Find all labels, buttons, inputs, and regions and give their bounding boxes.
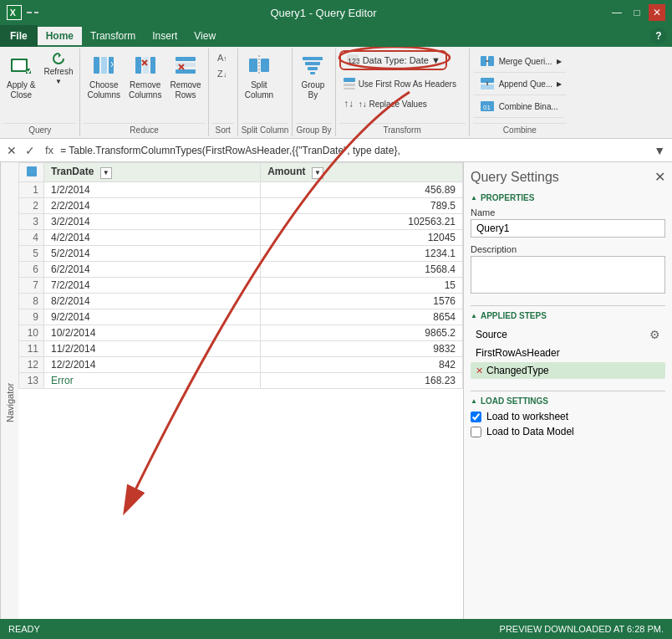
combine-binaries-label: Combine Bina... xyxy=(499,102,558,111)
table-row[interactable]: 55/2/20141234.1 xyxy=(19,246,463,262)
append-queries-button[interactable]: Append Que... ▶ xyxy=(473,73,568,95)
transform-group-content: 123 Data Type: Date ▼ Use First Row As H… xyxy=(339,50,466,121)
remove-rows-button[interactable]: RemoveRows xyxy=(166,50,204,102)
trandate-cell: Error xyxy=(44,373,261,389)
row-number: 9 xyxy=(19,309,44,325)
load-to-worksheet-label: Load to worksheet xyxy=(486,411,568,422)
split-column-icon xyxy=(246,52,272,79)
svg-rect-37 xyxy=(488,56,494,66)
row-number: 13 xyxy=(19,373,44,389)
query-name-input[interactable] xyxy=(471,219,665,238)
maximize-button[interactable]: □ xyxy=(629,4,645,21)
applied-step-changedtype[interactable]: ✕ChangedType xyxy=(471,362,665,379)
replace-values-button[interactable]: ↑↓ ↑↓ Replace Values xyxy=(339,95,430,112)
table-row[interactable]: 88/2/20141576 xyxy=(19,294,463,309)
name-label: Name xyxy=(471,207,665,217)
append-queries-arrow[interactable]: ▶ xyxy=(557,80,562,88)
tab-transform[interactable]: Transform xyxy=(82,27,144,45)
formula-expand-button[interactable]: ▼ xyxy=(650,144,669,157)
sort-asc-button[interactable]: A↑ xyxy=(214,50,232,65)
tab-view[interactable]: View xyxy=(186,27,224,45)
choose-columns-button[interactable]: ChooseColumns xyxy=(84,50,123,102)
query-settings-close[interactable]: ✕ xyxy=(654,169,665,185)
apply-close-icon xyxy=(8,52,34,79)
split-column-label: SplitColumn xyxy=(245,80,273,100)
amount-cell: 9832 xyxy=(261,341,463,357)
amount-filter-button[interactable]: ▼ xyxy=(312,167,323,179)
refresh-button[interactable]: Refresh ▼ xyxy=(40,50,76,87)
table-corner xyxy=(19,163,44,182)
svg-text:Z: Z xyxy=(217,69,223,79)
load-to-worksheet-checkbox[interactable] xyxy=(471,412,481,422)
status-ready: READY xyxy=(8,624,40,634)
load-to-data-model-checkbox[interactable] xyxy=(471,427,481,437)
table-row[interactable]: 13Error168.23 xyxy=(19,373,463,389)
navigator-sidebar[interactable]: Navigator xyxy=(0,162,18,639)
step-delete-icon[interactable]: ✕ xyxy=(476,366,483,376)
refresh-dropdown[interactable]: ▼ xyxy=(55,78,62,85)
load-to-data-model-row: Load to Data Model xyxy=(471,426,665,437)
table-row[interactable]: 33/2/2014102563.21 xyxy=(19,214,463,230)
group-by-button[interactable]: GroupBy xyxy=(296,50,329,102)
trandate-cell: 12/2/2014 xyxy=(44,357,261,373)
svg-rect-8 xyxy=(135,57,141,74)
step-settings-icon[interactable]: ⚙ xyxy=(649,328,660,341)
step-name: Source xyxy=(476,329,507,340)
col-header-trandate[interactable]: TranDate ▼ xyxy=(44,163,261,182)
combine-binaries-button[interactable]: 01 Combine Bina... xyxy=(473,95,563,118)
help-button[interactable]: ? xyxy=(650,28,667,44)
merge-queries-button[interactable]: Merge Queri... ▶ xyxy=(473,50,567,73)
sort-group-content: A↑ Z↓ xyxy=(212,50,234,121)
combine-group-content: Merge Queri... ▶ Append Que... ▶ xyxy=(473,50,568,121)
trandate-filter-button[interactable]: ▼ xyxy=(100,167,112,179)
ribbon-group-transform: 123 Data Type: Date ▼ Use First Row As H… xyxy=(336,49,470,136)
group-by-label: GroupBy xyxy=(301,80,324,100)
ribbon-group-query: Apply &Close Refresh ▼ Query xyxy=(0,49,80,136)
query-description-textarea[interactable] xyxy=(471,256,665,294)
table-row[interactable]: 1010/2/20149865.2 xyxy=(19,325,463,341)
applied-step-firstrowasheader[interactable]: FirstRowAsHeader xyxy=(471,345,665,361)
step-name: FirstRowAsHeader xyxy=(476,347,560,359)
window-controls[interactable]: — □ ✕ xyxy=(608,4,665,21)
table-row[interactable]: 99/2/20148654 xyxy=(19,309,463,325)
tab-file[interactable]: File xyxy=(0,25,38,47)
data-type-button[interactable]: 123 Data Type: Date ▼ xyxy=(339,50,447,70)
table-row[interactable]: 44/2/201412045 xyxy=(19,230,463,246)
tab-home[interactable]: Home xyxy=(38,27,82,45)
table-row[interactable]: 22/2/2014789.5 xyxy=(19,198,463,214)
qs-divider-2 xyxy=(471,391,665,391)
sort-desc-button[interactable]: Z↓ xyxy=(214,66,232,81)
table-row[interactable]: 11/2/2014456.89 xyxy=(19,182,463,198)
formula-cancel-button[interactable]: ✕ xyxy=(3,142,20,159)
status-preview: PREVIEW DOWNLOADED AT 6:28 PM. xyxy=(500,624,664,634)
table-row[interactable]: 1212/2/2014842 xyxy=(19,357,463,373)
split-group-label: Split Column xyxy=(242,123,289,135)
navigator-label: Navigator xyxy=(5,382,15,422)
use-first-row-button[interactable]: Use First Row As Headers xyxy=(339,75,460,92)
merge-queries-arrow[interactable]: ▶ xyxy=(557,58,562,65)
svg-rect-34 xyxy=(344,88,355,89)
svg-text:↓: ↓ xyxy=(223,70,227,79)
table-row[interactable]: 1111/2/20149832 xyxy=(19,341,463,357)
tab-insert[interactable]: Insert xyxy=(144,27,186,45)
table-row[interactable]: 66/2/20141568.4 xyxy=(19,262,463,278)
svg-rect-27 xyxy=(308,67,318,70)
append-queries-label: Append Que... xyxy=(499,79,553,89)
remove-columns-button[interactable]: RemoveColumns xyxy=(125,50,165,102)
col-header-amount[interactable]: Amount ▼ xyxy=(261,163,463,182)
svg-rect-28 xyxy=(310,72,315,74)
ribbon-group-sort: A↑ Z↓ Sort xyxy=(209,49,238,136)
minimize-button[interactable]: — xyxy=(608,4,625,21)
table-row[interactable]: 77/2/201415 xyxy=(19,278,463,294)
remove-rows-icon xyxy=(172,52,199,79)
split-column-button[interactable]: SplitColumn xyxy=(242,50,277,102)
close-button[interactable]: ✕ xyxy=(649,4,665,21)
applied-step-source[interactable]: Source⚙ xyxy=(471,325,665,344)
remove-columns-icon xyxy=(132,52,159,79)
title-bar-left: X xyxy=(7,5,38,20)
formula-input[interactable] xyxy=(60,145,647,156)
formula-confirm-button[interactable]: ✓ xyxy=(22,142,38,159)
trandate-cell: 9/2/2014 xyxy=(44,309,261,325)
amount-cell: 9865.2 xyxy=(261,325,463,341)
apply-close-button[interactable]: Apply &Close xyxy=(3,50,38,102)
